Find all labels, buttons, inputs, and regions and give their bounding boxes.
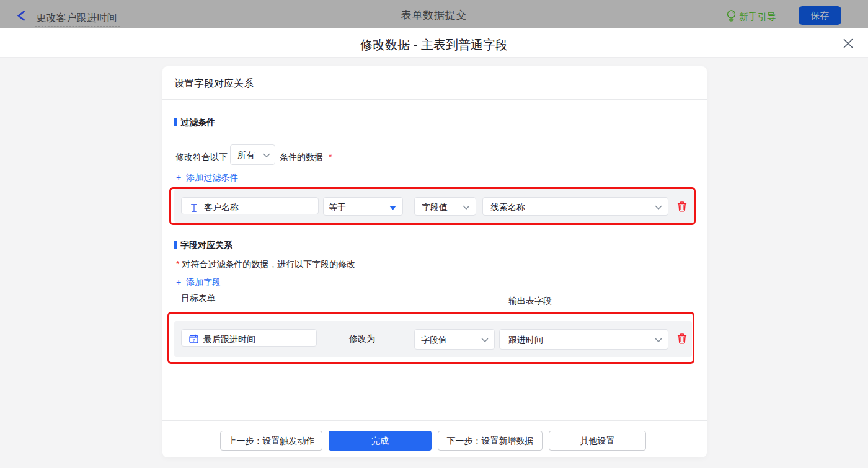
svg-text:7: 7 (193, 338, 195, 343)
